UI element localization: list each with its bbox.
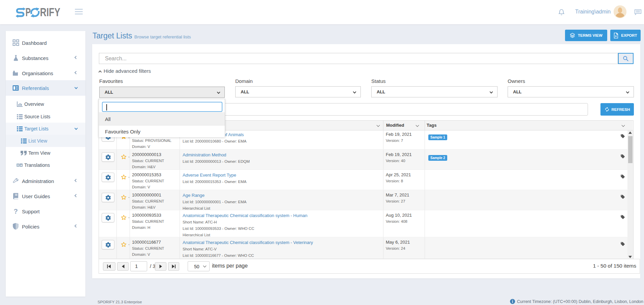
svg-text:x: x [615, 34, 617, 38]
svg-text:P: P [26, 6, 31, 19]
svg-text:RIFY: RIFY [40, 6, 60, 19]
svg-text:A: A [17, 164, 19, 167]
svg-text:★: ★ [20, 164, 22, 167]
